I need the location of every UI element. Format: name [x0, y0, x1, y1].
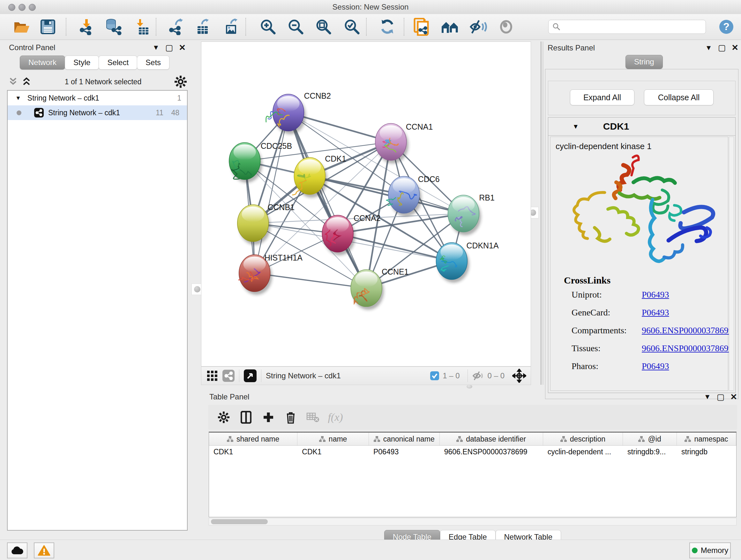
tab-select[interactable]: Select	[98, 56, 137, 70]
network-canvas[interactable]: CCNB2CCNA1CDC25BCDK1CDC6RB1CCNB1CCNA2CDK…	[201, 42, 531, 367]
delete-column-button[interactable]	[280, 408, 302, 427]
network-node-CCNB1[interactable]: CCNB1	[238, 203, 294, 245]
help-button[interactable]: ?	[716, 17, 737, 37]
table-row[interactable]: CDK1CDK1P064939606.ENSP00000378699cyclin…	[209, 446, 736, 458]
column-header-name[interactable]: name	[297, 433, 369, 445]
panel-float-icon[interactable]: ▢	[718, 43, 726, 53]
column-header-database-identifier[interactable]: database identifier	[440, 433, 543, 445]
table-cell: 9606.ENSP00000378699	[440, 446, 543, 458]
edge-count: 48	[171, 109, 179, 117]
search-input[interactable]	[548, 20, 706, 34]
open-session-button[interactable]	[11, 17, 32, 37]
cloud-status-button[interactable]	[7, 543, 27, 558]
network-node-CCNE1[interactable]: CCNE1	[351, 267, 408, 310]
export-image-icon	[223, 18, 240, 35]
network-node-CDKN1A[interactable]: CDKN1A	[436, 241, 499, 283]
network-view-icon[interactable]	[222, 370, 234, 382]
show-all-button[interactable]	[496, 17, 516, 37]
column-header-@id[interactable]: @id	[623, 433, 677, 445]
tree-expand-icon[interactable]: ▼	[15, 95, 21, 102]
panel-close-icon[interactable]: ✕	[731, 43, 738, 53]
network-tree-child-row[interactable]: String Network – cdk1 11 48	[8, 105, 187, 120]
tab-network[interactable]: Network	[20, 56, 65, 70]
crosslink-link[interactable]: P06493	[642, 361, 669, 371]
show-columns-button[interactable]	[235, 408, 257, 427]
results-panel-divider[interactable]	[541, 42, 543, 385]
panel-menu-icon[interactable]: ▼	[704, 393, 711, 401]
crosslink-link[interactable]: P06493	[642, 307, 669, 318]
zoom-selected-button[interactable]	[342, 17, 362, 37]
first-neighbors-button[interactable]	[440, 17, 461, 37]
collapse-all-icon[interactable]	[8, 77, 18, 86]
panel-menu-icon[interactable]: ▼	[705, 44, 712, 52]
export-network-button[interactable]	[165, 17, 186, 37]
network-node-CDC6[interactable]: CDC6	[386, 175, 440, 216]
memory-button[interactable]: Memory	[689, 543, 731, 558]
network-node-CDC25B[interactable]: CDC25B	[229, 141, 292, 183]
duplicate-network-button[interactable]	[412, 17, 432, 37]
table-settings-button[interactable]	[212, 408, 235, 427]
network-node-CCNA2[interactable]: CCNA2	[322, 213, 381, 255]
network-node-CCNB2[interactable]: CCNB2	[266, 91, 331, 134]
column-header-label: canonical name	[383, 435, 434, 443]
crosslink-link[interactable]: 9606.ENSP00000378699	[642, 343, 733, 354]
warnings-button[interactable]	[34, 543, 54, 558]
fit-content-crosshair-icon[interactable]	[512, 369, 526, 383]
gear-icon	[218, 411, 230, 423]
column-header-canonical-name[interactable]: canonical name	[369, 433, 440, 445]
refresh-button[interactable]	[377, 17, 398, 37]
zoom-out-button[interactable]	[286, 17, 306, 37]
network-node-CCNA1[interactable]: CCNA1	[375, 122, 433, 164]
expand-all-icon[interactable]	[21, 77, 32, 86]
import-table-button[interactable]	[131, 17, 152, 37]
panel-float-icon[interactable]: ▢	[165, 43, 173, 53]
crosslink-link[interactable]: P06493	[642, 290, 669, 300]
import-network-database-button[interactable]	[103, 17, 124, 37]
panel-close-icon[interactable]: ✕	[179, 43, 186, 53]
delete-table-button[interactable]	[302, 408, 324, 427]
column-header-namespac[interactable]: namespac	[677, 433, 736, 445]
export-image-button[interactable]	[221, 17, 242, 37]
tab-string[interactable]: String	[625, 55, 663, 69]
import-network-file-button[interactable]	[76, 17, 97, 37]
crosslink-link[interactable]: 9606.ENSP00000378699	[642, 325, 733, 335]
add-column-button[interactable]	[257, 408, 280, 427]
zoom-fit-button[interactable]	[313, 17, 334, 37]
network-node-CDK1[interactable]: CDK1	[292, 154, 346, 198]
protein-structure-image	[557, 152, 723, 273]
help-icon: ?	[719, 19, 734, 35]
results-content-box: Expand All Collapse All ▼ CDK1 cyclin-de…	[545, 69, 738, 399]
grid-mode-icon[interactable]	[206, 370, 218, 381]
node-label-CDC6: CDC6	[418, 175, 440, 184]
network-node-RB1[interactable]: RB1	[448, 193, 494, 235]
column-header-description[interactable]: description	[543, 433, 623, 445]
function-builder-button[interactable]: f(x)	[324, 408, 347, 427]
column-header-shared-name[interactable]: shared name	[209, 433, 297, 445]
selected-checkbox-icon[interactable]	[430, 371, 440, 381]
panel-float-icon[interactable]: ▢	[717, 392, 725, 402]
network-node-HIST1H1A[interactable]: HIST1H1A	[239, 253, 302, 295]
results-panel-title: Results Panel	[548, 44, 595, 52]
birdseye-view-icon[interactable]	[244, 369, 257, 382]
hide-selected-button[interactable]	[468, 17, 488, 37]
collapse-entry-icon[interactable]: ▼	[572, 123, 579, 130]
panel-menu-icon[interactable]: ▼	[152, 44, 159, 52]
gear-icon[interactable]	[174, 75, 187, 88]
expand-all-button[interactable]: Expand All	[570, 89, 634, 105]
scrollbar-thumb[interactable]	[211, 519, 268, 524]
panel-close-icon[interactable]: ✕	[730, 392, 737, 402]
table-h-scrollbar[interactable]	[209, 518, 737, 525]
hidden-eye-icon[interactable]	[472, 371, 484, 381]
zoom-in-button[interactable]	[258, 17, 278, 37]
collapse-all-button[interactable]: Collapse All	[644, 89, 714, 105]
node-gloss	[380, 125, 402, 141]
export-table-button[interactable]	[193, 17, 213, 37]
result-entry-header[interactable]: ▼ CDK1	[548, 118, 735, 136]
import-table-icon	[134, 18, 150, 35]
tab-style[interactable]: Style	[65, 56, 99, 70]
tab-sets[interactable]: Sets	[137, 56, 170, 70]
results-scrollbar[interactable]	[729, 137, 734, 391]
save-session-button[interactable]	[38, 17, 58, 37]
network-edge-CCNB2-HIST1H1A	[255, 113, 288, 273]
network-tree-root-row[interactable]: ▼ String Network – cdk1 1	[8, 91, 187, 105]
